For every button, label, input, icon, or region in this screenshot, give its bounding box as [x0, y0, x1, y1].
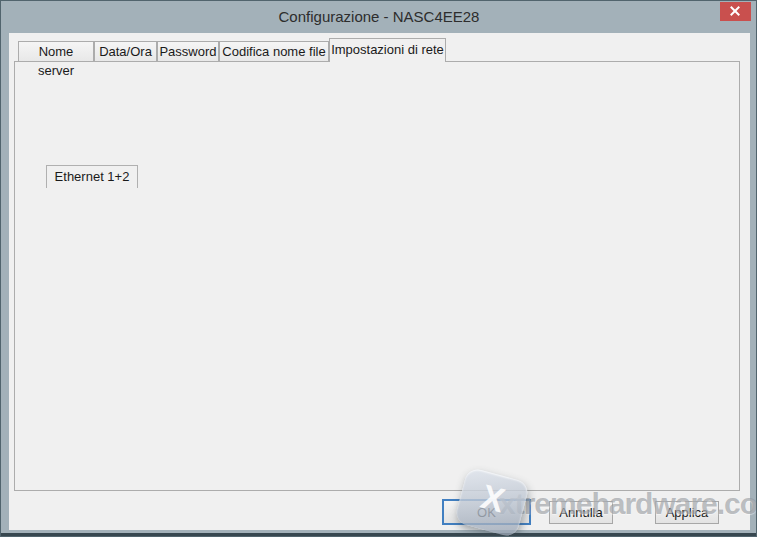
close-button[interactable]	[720, 2, 751, 21]
tab-password[interactable]: Password	[157, 41, 219, 62]
cancel-button[interactable]: Annulla	[549, 501, 613, 524]
tab-ethernet-1-2[interactable]: Ethernet 1+2	[46, 165, 138, 188]
titlebar[interactable]: Configurazione - NASC4EE28	[2, 1, 756, 32]
config-dialog: Configurazione - NASC4EE28 Nome server D…	[0, 0, 757, 537]
tab-impostazioni-di-rete[interactable]: Impostazioni di rete	[329, 38, 446, 62]
apply-button[interactable]: Applica	[655, 501, 719, 524]
tab-codifica-nome-file[interactable]: Codifica nome file	[219, 41, 329, 62]
ok-button[interactable]: OK	[442, 499, 531, 525]
tab-nome-server[interactable]: Nome server	[18, 41, 94, 62]
tab-data-ora[interactable]: Data/Ora	[94, 41, 157, 62]
dialog-title: Configurazione - NASC4EE28	[279, 8, 480, 25]
tab-page	[14, 61, 740, 491]
close-icon	[729, 5, 741, 17]
